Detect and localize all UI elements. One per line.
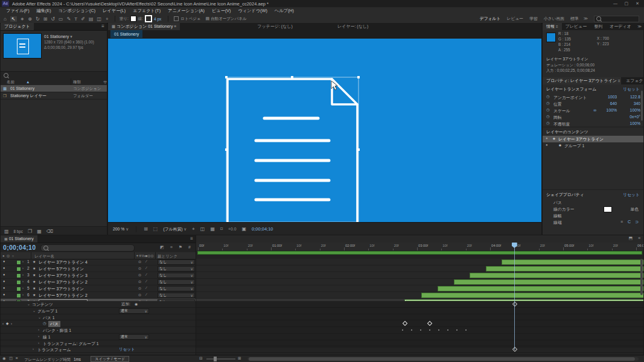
switches-modes-button[interactable]: スイッチ / モード (91, 356, 129, 362)
maximize-button[interactable]: ▢ (624, 1, 628, 6)
rasterize-switch-icon[interactable]: ∕ (146, 279, 147, 283)
timeline-layer-row[interactable]: ●›2★レイヤー 5アウトライン⊙∕なし∨ (1, 265, 196, 272)
tab-audio[interactable]: オーディオ (606, 23, 635, 30)
layer-duration-bar[interactable] (486, 266, 643, 272)
timeline-property-row[interactable]: ⌄パス 1 (1, 314, 196, 321)
parent-link-dropdown[interactable]: なし∨ (158, 279, 195, 285)
new-composition-icon[interactable]: ▦ (37, 229, 42, 234)
keyframe-diamond-icon[interactable] (427, 321, 432, 326)
tab-project[interactable]: プロジェクト (1, 23, 34, 30)
draft-3d-icon[interactable]: ◫ (9, 356, 13, 361)
property-value[interactable]: 1003 (596, 95, 617, 99)
comp-canvas[interactable] (108, 39, 541, 222)
quality-switch-icon[interactable]: ⊙ (138, 273, 141, 277)
timeline-property-row[interactable]: ›トランスフォーム: グループ 1 (1, 340, 196, 347)
delete-item-icon[interactable]: ⌫ (46, 229, 53, 234)
info-tabs-overflow[interactable]: ≫ (637, 24, 642, 29)
playhead[interactable] (514, 243, 515, 350)
keyframe-dot-icon[interactable] (465, 329, 467, 331)
layer-visibility-icon[interactable]: ● (3, 293, 5, 296)
rotobezier-checkbox[interactable] (174, 16, 179, 21)
timeline-property-label[interactable]: 線 1 (43, 334, 50, 340)
timeline-layer-row[interactable]: ●›3★レイヤー 3アウトライン 3⊙∕なし∨ (1, 272, 196, 279)
brush-tool-icon[interactable]: ✐ (81, 16, 85, 22)
stopwatch-icon[interactable]: ◷ (546, 121, 550, 125)
stroke-color-swatch[interactable] (604, 206, 612, 212)
timeline-property-label[interactable]: トランスフォーム: グループ 1 (43, 341, 99, 347)
layer-visibility-icon[interactable]: ● (3, 266, 5, 270)
layer-label-chip[interactable] (16, 267, 21, 272)
property-value[interactable]: 100% (596, 108, 617, 112)
blend-mode-dropdown[interactable]: 通常∨ (119, 308, 149, 314)
workspace-search-box[interactable] (594, 16, 639, 22)
column-type[interactable]: 種類 (73, 80, 81, 85)
quality-switch-icon[interactable]: ⊙ (138, 259, 141, 264)
timeline-property-row[interactable]: ‹ ◆ ›◷パス (1, 320, 196, 327)
menu-item[interactable]: レイヤー(L) (99, 8, 129, 14)
parent-link-dropdown[interactable]: なし∨ (158, 273, 195, 278)
property-value[interactable]: 0x+0° (604, 115, 640, 119)
layer-twirl-icon[interactable]: › (22, 273, 24, 276)
zoom-tool-icon[interactable]: ⊕ (28, 16, 32, 22)
live-update-icon[interactable]: ◉ (2, 356, 6, 361)
layer-visibility-icon[interactable]: ● (3, 259, 5, 263)
workspace-overflow[interactable]: ≫ (584, 16, 588, 21)
tab-effects-presets[interactable]: エフェクト&... (622, 77, 643, 84)
stopwatch-icon[interactable]: ◷ (546, 101, 550, 106)
hide-shy-layers-icon[interactable]: ≡ (16, 356, 18, 360)
timeline-search-field[interactable] (40, 244, 135, 252)
timeline-property-label[interactable]: パス 1 (43, 315, 55, 321)
stopwatch-icon[interactable]: ◷ (546, 107, 550, 112)
panel-menu-icon[interactable]: ≡ (556, 25, 558, 28)
layer-label-chip[interactable] (16, 293, 21, 298)
rasterize-switch-icon[interactable]: ∕ (146, 266, 147, 270)
twirl-icon[interactable]: › (33, 347, 34, 351)
rasterize-switch-icon[interactable]: ∕ (146, 286, 147, 290)
timeline-property-row[interactable]: ›トランスフォームリセット (1, 346, 196, 353)
property-row-アンカーポイント[interactable]: ◷アンカーポイント1003122.8 (543, 94, 643, 101)
rotation-tool-icon[interactable]: ↺ (51, 16, 55, 22)
workspace-tab-0[interactable]: デフォルト (480, 16, 501, 22)
timeline-vertical-scrollbar[interactable] (640, 259, 643, 295)
layer-content-row[interactable]: ●★レイヤー 3アウトライン (543, 136, 643, 142)
interpret-footage-icon[interactable]: ▥ (4, 229, 9, 234)
timeline-property-row[interactable]: ⌄コンテンツ追加:◉ (1, 301, 196, 308)
layer-visibility-icon[interactable]: ● (3, 286, 5, 290)
layer-visibility-icon[interactable]: ● (3, 279, 5, 283)
tab-composition-viewer[interactable]: ▦ コンポジション 01 Stationery ≡ (108, 23, 180, 30)
layer-twirl-icon[interactable]: › (22, 266, 24, 270)
region-of-interest-icon[interactable]: ⌖ (192, 226, 195, 232)
property-value[interactable]: 340 (620, 101, 640, 106)
pen-tool-icon[interactable]: ✎ (67, 16, 71, 22)
layer-label-chip[interactable] (16, 273, 21, 278)
property-value[interactable]: 100% (620, 108, 640, 112)
timeline-horizontal-scrollbar[interactable] (247, 357, 639, 361)
layer-name[interactable]: レイヤー 5アウトライン 2 (39, 293, 88, 299)
menu-item[interactable]: コンポジション(C) (55, 8, 99, 14)
mask-visibility-icon[interactable]: ⬚ (153, 226, 158, 232)
timeline-property-label[interactable]: パス (48, 321, 60, 327)
menu-item[interactable]: ビュー(V) (208, 8, 234, 14)
timeline-mini-icon-0[interactable]: ◩ (160, 245, 164, 250)
orbit-camera-tool-icon[interactable]: ↻ (36, 16, 40, 22)
layer-duration-bar[interactable] (470, 273, 643, 278)
work-area-bar[interactable] (196, 250, 643, 254)
timeline-mini-icon-1[interactable]: ≡ (170, 245, 173, 250)
layer-label-chip[interactable] (16, 287, 21, 291)
clone-stamp-tool-icon[interactable]: ▤ (89, 16, 94, 22)
project-comp-name[interactable]: 01 Stationery ▾ (44, 34, 94, 39)
timeline-timecode[interactable]: 0;00;04;10 (3, 244, 36, 251)
keyframe-diamond-icon[interactable] (403, 321, 407, 326)
timeline-layer-row[interactable]: ●›1★レイヤー 3アウトライン 4⊙∕なし∨ (1, 259, 196, 265)
layer-duration-bar[interactable] (502, 259, 643, 265)
stopwatch-icon[interactable]: ◷ (43, 321, 46, 326)
tab-align[interactable]: 整列 (590, 23, 606, 30)
tab-footage-viewer[interactable]: フッテージ: (なし) (253, 23, 296, 30)
shape-property-row[interactable]: 線端≡C⊃ (543, 219, 643, 226)
shape-property-row[interactable]: 線のカラー単色 (543, 206, 643, 212)
twirl-icon[interactable]: › (38, 328, 39, 331)
type-tool-icon[interactable]: T (74, 16, 77, 22)
transform-reset-button[interactable]: リセット (119, 347, 135, 352)
keyframe-dot-icon[interactable] (420, 329, 421, 331)
property-row-位置[interactable]: ◷位置640340 (543, 101, 643, 107)
